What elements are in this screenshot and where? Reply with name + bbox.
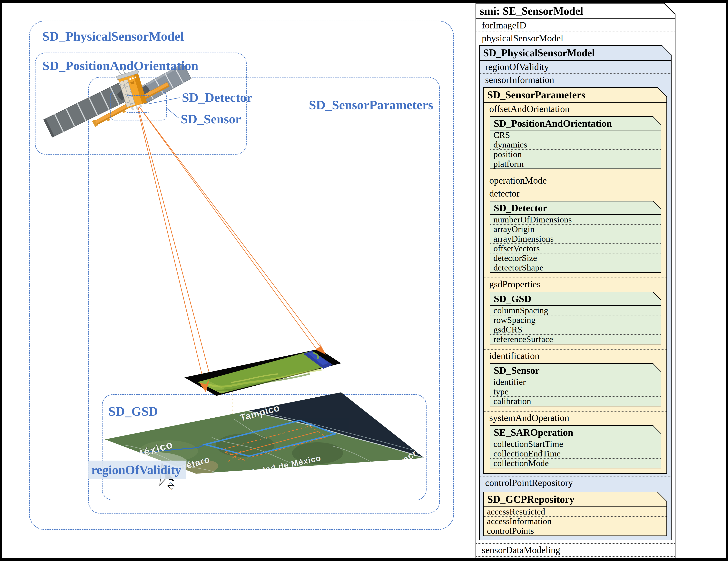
row-arrayorigin: arrayOrigin — [490, 224, 661, 234]
detector-outline-box — [126, 95, 149, 113]
row-identification: identification — [484, 349, 666, 362]
row-dynamics: dynamics — [490, 140, 661, 149]
frame-left — [0, 0, 2, 561]
frame-bottom — [0, 558, 728, 561]
row-forimageid: forImageID — [476, 19, 675, 32]
row-controlpointrepository: controlPointRepository — [480, 476, 671, 489]
row-detector: detector — [484, 187, 666, 200]
frame-top — [0, 0, 728, 3]
scan-beam-lines — [137, 106, 325, 395]
row-columnspacing: columnSpacing — [490, 306, 661, 315]
sar-operation-note: SE_SAROperation collectionStartTime coll… — [490, 425, 661, 468]
gsd-note-title: SD_GSD — [490, 292, 661, 306]
row-rowspacing: rowSpacing — [490, 315, 661, 325]
params-note-title: SD_SensorParameters — [484, 88, 666, 103]
row-sensorinformation: sensorInformation — [480, 73, 671, 86]
position-orientation-note: SD_PositionAndOrientation CRS dynamics p… — [490, 116, 661, 169]
row-sensordatamodeling: sensorDataModeling — [476, 543, 675, 556]
gcp-repository-note: SD_GCPRepository accessRestricted access… — [483, 492, 667, 536]
row-arraydimensions: arrayDimensions — [490, 234, 661, 243]
sensor-note-title: SD_Sensor — [490, 364, 661, 378]
detector-label: SD_Detector — [182, 91, 252, 104]
detector-note: SD_Detector numberOfDimensions arrayOrig… — [490, 201, 661, 273]
row-calibration: calibration — [490, 396, 661, 406]
row-offsetvectors: offsetVectors — [490, 243, 661, 253]
detector-note-title: SD_Detector — [490, 201, 661, 215]
physical-sensor-model-label: SD_PhysicalSensorModel — [42, 29, 184, 43]
sensor-parameters-note: SD_SensorParameters offsetAndOrientation… — [483, 87, 667, 474]
frame-right — [726, 0, 728, 561]
sensor-connector-line — [166, 107, 179, 118]
row-numberofdimensions: numberOfDimensions — [490, 215, 661, 224]
row-detectorsize: detectorSize — [490, 253, 661, 262]
row-physicalsensormodel: physicalSensorModel — [476, 32, 675, 45]
sensor-note: SD_Sensor identifier type calibration — [490, 363, 661, 407]
row-regionofvalidity: regionOfValidity — [480, 61, 671, 73]
region-of-validity-label: regionOfValidity — [88, 461, 186, 479]
figure-canvas: SD_PhysicalSensorModel SD_PositionAndOri… — [0, 0, 728, 561]
row-operationmode: operationMode — [484, 174, 666, 187]
physical-sensor-model-note: SD_PhysicalSensorModel regionOfValidity … — [479, 45, 672, 540]
sensor-model-note: smi: SE_SensorModel forImageID physicalS… — [476, 3, 675, 561]
sensor-label: SD_Sensor — [181, 112, 241, 126]
panel-title: smi: SE_SensorModel — [476, 4, 675, 19]
row-accessrestricted: accessRestricted — [484, 507, 666, 516]
gsd-note: SD_GSD columnSpacing rowSpacing gsdCRS r… — [490, 292, 661, 345]
row-systemandoperation: systemAndOperation — [484, 411, 666, 424]
gcp-note-title: SD_GCPRepository — [484, 492, 666, 507]
region-of-validity-badge: regionOfValidity — [88, 461, 186, 479]
row-crs: CRS — [490, 130, 661, 140]
row-platform: platform — [490, 159, 661, 168]
sar-note-title: SE_SAROperation — [490, 426, 661, 439]
pos-note-title: SD_PositionAndOrientation — [490, 117, 661, 130]
row-collectionstarttime: collectionStartTime — [490, 439, 661, 449]
row-detectorshape: detectorShape — [490, 262, 661, 272]
row-identifier: identifier — [490, 378, 661, 387]
physical-note-title: SD_PhysicalSensorModel — [480, 46, 671, 61]
row-accessinformation: accessInformation — [484, 516, 666, 526]
row-gsdcrs: gsdCRS — [490, 325, 661, 334]
row-collectionendtime: collectionEndTime — [490, 449, 661, 458]
row-controlpoints: controlPoints — [484, 526, 666, 536]
row-offsetandorientation: offsetAndOrientation — [484, 103, 666, 115]
row-type: type — [490, 387, 661, 396]
sensor-parameters-label: SD_SensorParameters — [274, 98, 433, 112]
row-position: position — [490, 149, 661, 159]
row-gsdproperties: gsdProperties — [484, 277, 666, 291]
sar-image-strip — [184, 349, 341, 396]
row-collectionmode: collectionMode — [490, 458, 661, 468]
position-orientation-label: SD_PositionAndOrientation — [42, 59, 198, 72]
gsd-label: SD_GSD — [108, 405, 158, 418]
north-arrow-letter: N — [165, 480, 177, 492]
row-referencesurface: referenceSurface — [490, 334, 661, 344]
